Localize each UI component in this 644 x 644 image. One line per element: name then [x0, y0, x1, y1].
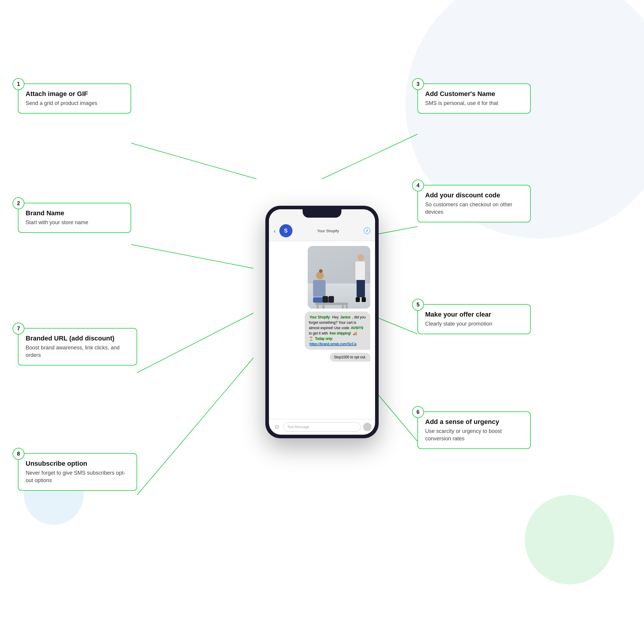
annotation-2: 2Brand NameStart with your store name — [18, 203, 131, 233]
customer-name-highlight: Janice — [340, 315, 351, 319]
annotation-3: 3Add Customer's NameSMS is personal, use… — [417, 83, 531, 114]
svg-line-1 — [131, 244, 253, 268]
sms-text-to: to get it with — [309, 331, 329, 335]
avatar: S — [279, 224, 292, 237]
svg-line-0 — [131, 143, 256, 179]
free-shipping-highlight: free shipping! — [329, 331, 352, 335]
annotation-1: 1Attach image or GIFSend a grid of produ… — [18, 83, 131, 114]
annotation-desc-6: Use scarcity or urgency to boost convers… — [425, 428, 523, 442]
annotation-number-5: 5 — [412, 299, 424, 311]
svg-line-7 — [137, 358, 253, 495]
annotation-title-8: Unsubscribe option — [26, 460, 129, 467]
annotation-title-5: Make your offer clear — [425, 311, 523, 318]
annotation-number-3: 3 — [412, 78, 424, 90]
annotation-title-6: Add a sense of urgency — [425, 418, 523, 426]
annotation-6: 6Add a sense of urgencyUse scarcity or u… — [417, 411, 531, 449]
sms-emoji1: 🚚 — [353, 331, 357, 335]
sms-footer: ⊙ Text Message — [269, 419, 375, 435]
annotation-number-2: 2 — [13, 197, 24, 209]
annotation-5: 5Make your offer clearClearly state your… — [417, 304, 531, 334]
annotation-number-7: 7 — [13, 323, 24, 335]
phone-screen: ‹ S Your Shopify i — [269, 209, 375, 435]
sms-main-bubble: Your Shopify: Hey Janice , did you forge… — [305, 312, 370, 350]
brand-highlight: Your Shopify: — [309, 315, 331, 319]
annotation-title-2: Brand Name — [26, 209, 123, 217]
annotation-desc-5: Clearly state your promotion — [425, 320, 523, 328]
sms-text-hey: Hey — [332, 315, 340, 319]
annotation-title-4: Add your discount code — [425, 191, 523, 199]
contact-info: Your Shopify — [296, 229, 360, 233]
annotation-title-3: Add Customer's Name — [425, 90, 523, 98]
contact-name: Your Shopify — [296, 229, 360, 233]
annotation-number-8: 8 — [13, 448, 24, 460]
svg-line-6 — [137, 313, 253, 373]
sms-body: Your Shopify: Hey Janice , did you forge… — [269, 241, 375, 419]
annotation-desc-7: Boost brand awareness, link clicks, and … — [26, 344, 129, 359]
info-icon[interactable]: i — [364, 227, 370, 234]
annotation-desc-3: SMS is personal, use it for that — [425, 100, 523, 107]
send-button[interactable] — [363, 423, 371, 431]
fashion-scene — [308, 246, 370, 309]
annotation-title-1: Attach image or GIF — [26, 90, 123, 98]
annotation-desc-4: So customers can checkout on other devic… — [425, 201, 523, 216]
annotation-desc-2: Start with your store name — [26, 219, 123, 226]
annotation-number-6: 6 — [412, 406, 424, 418]
phone-notch — [303, 209, 341, 218]
annotation-7: 7Branded URL (add discount)Boost brand a… — [18, 328, 137, 366]
annotation-title-7: Branded URL (add discount) — [26, 335, 129, 342]
background-circle-2 — [525, 495, 614, 584]
back-arrow-icon[interactable]: ‹ — [274, 227, 276, 234]
annotation-desc-1: Send a grid of product images — [26, 100, 123, 107]
sms-product-image — [308, 246, 370, 309]
phone-frame: ‹ S Your Shopify i — [265, 206, 379, 438]
message-input[interactable]: Text Message — [283, 422, 361, 432]
svg-line-2 — [322, 134, 417, 179]
link-highlight: https://brand.smsb.com/ScCa — [309, 342, 357, 346]
discount-code-highlight: AVWY9 — [350, 326, 364, 330]
sms-emoji2: ⏳ — [309, 337, 313, 341]
annotation-4: 4Add your discount codeSo customers can … — [417, 185, 531, 222]
annotation-number-1: 1 — [13, 78, 24, 90]
camera-icon[interactable]: ⊙ — [273, 423, 281, 431]
annotation-number-4: 4 — [412, 179, 424, 191]
sms-stop-bubble: Stop1000 to opt out. — [330, 353, 370, 362]
phone-mockup: ‹ S Your Shopify i — [265, 206, 379, 438]
today-only-highlight: Today only: — [314, 337, 334, 341]
annotation-8: 8Unsubscribe optionNever forget to give … — [18, 453, 137, 491]
annotation-desc-8: Never forget to give SMS subscribers opt… — [26, 469, 129, 484]
